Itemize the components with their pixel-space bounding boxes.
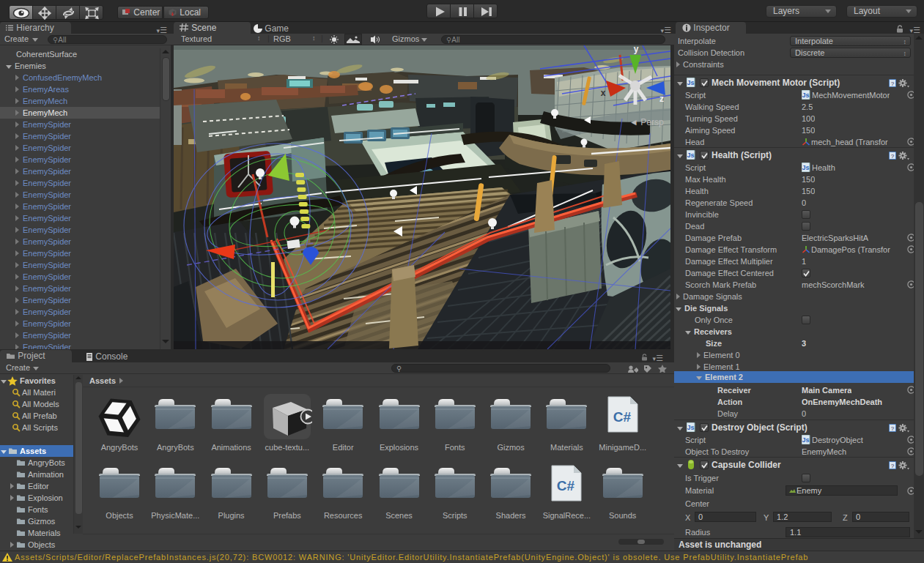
svg-text:C#: C# — [613, 409, 632, 425]
svg-text:C#: C# — [557, 478, 575, 493]
svg-text:Js: Js — [802, 92, 809, 99]
svg-text:Js: Js — [687, 79, 694, 86]
svg-text:z: z — [659, 94, 664, 104]
svg-text:x: x — [601, 88, 606, 98]
svg-text:Js: Js — [802, 436, 809, 444]
svg-text:?: ? — [891, 81, 895, 87]
svg-text:?: ? — [891, 425, 895, 432]
svg-text:◄ Persp: ◄ Persp — [629, 117, 664, 127]
svg-text:Js: Js — [802, 164, 809, 171]
svg-text:Js: Js — [687, 424, 694, 431]
svg-text:?: ? — [891, 463, 895, 469]
svg-text:Js: Js — [687, 152, 694, 159]
svg-text:y: y — [634, 45, 639, 54]
svg-text:?: ? — [891, 153, 895, 160]
